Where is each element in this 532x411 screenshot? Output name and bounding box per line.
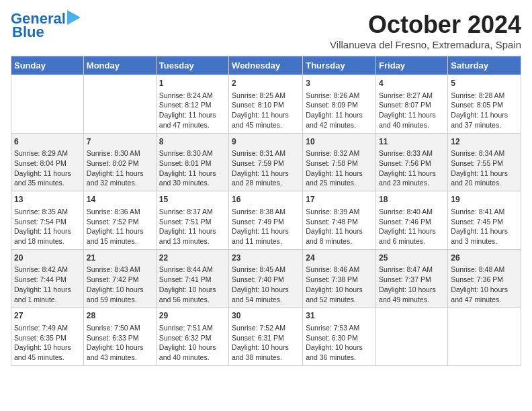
calendar-cell: 9Sunrise: 8:31 AM Sunset: 7:59 PM Daylig…	[229, 133, 303, 191]
day-number: 17	[306, 194, 373, 205]
calendar-week-1: 1Sunrise: 8:24 AM Sunset: 8:12 PM Daylig…	[11, 75, 521, 134]
day-number: 27	[14, 310, 81, 322]
day-number: 25	[379, 253, 445, 264]
calendar-cell: 1Sunrise: 8:24 AM Sunset: 8:12 PM Daylig…	[156, 75, 228, 134]
day-info: Sunrise: 8:41 AM Sunset: 7:45 PM Dayligh…	[451, 207, 518, 246]
calendar-cell: 21Sunrise: 8:43 AM Sunset: 7:42 PM Dayli…	[83, 249, 156, 308]
day-info: Sunrise: 8:33 AM Sunset: 7:56 PM Dayligh…	[379, 148, 445, 188]
day-info: Sunrise: 8:29 AM Sunset: 8:04 PM Dayligh…	[14, 148, 81, 188]
day-number: 13	[14, 194, 81, 205]
calendar-cell: 12Sunrise: 8:34 AM Sunset: 7:55 PM Dayli…	[448, 133, 521, 191]
calendar-cell: 14Sunrise: 8:36 AM Sunset: 7:52 PM Dayli…	[83, 191, 156, 250]
calendar-cell: 2Sunrise: 8:25 AM Sunset: 8:10 PM Daylig…	[229, 75, 303, 134]
header: General Blue October 2024 Villanueva del…	[11, 11, 521, 50]
day-number: 21	[87, 253, 153, 264]
col-header-tuesday: Tuesday	[156, 56, 228, 75]
calendar-cell	[448, 308, 521, 366]
day-info: Sunrise: 8:25 AM Sunset: 8:10 PM Dayligh…	[232, 91, 300, 130]
calendar-table: SundayMondayTuesdayWednesdayThursdayFrid…	[11, 56, 521, 366]
calendar-cell: 19Sunrise: 8:41 AM Sunset: 7:45 PM Dayli…	[448, 191, 521, 250]
calendar-cell: 7Sunrise: 8:30 AM Sunset: 8:02 PM Daylig…	[83, 133, 156, 191]
day-number: 1	[159, 78, 226, 89]
header-row: SundayMondayTuesdayWednesdayThursdayFrid…	[11, 56, 521, 75]
day-number: 24	[306, 253, 373, 264]
day-info: Sunrise: 8:35 AM Sunset: 7:54 PM Dayligh…	[14, 207, 81, 246]
location-subtitle: Villanueva del Fresno, Extremadura, Spai…	[330, 39, 521, 50]
title-block: October 2024 Villanueva del Fresno, Extr…	[330, 11, 521, 50]
day-number: 10	[306, 136, 373, 148]
day-number: 9	[232, 136, 300, 148]
calendar-cell	[376, 308, 448, 366]
day-info: Sunrise: 8:34 AM Sunset: 7:55 PM Dayligh…	[451, 148, 518, 188]
day-number: 31	[306, 310, 373, 322]
day-number: 12	[451, 136, 518, 148]
day-info: Sunrise: 8:30 AM Sunset: 8:01 PM Dayligh…	[159, 148, 226, 188]
day-info: Sunrise: 8:32 AM Sunset: 7:58 PM Dayligh…	[306, 148, 373, 188]
calendar-cell: 17Sunrise: 8:39 AM Sunset: 7:48 PM Dayli…	[303, 191, 376, 250]
day-number: 22	[159, 253, 226, 264]
calendar-cell: 25Sunrise: 8:47 AM Sunset: 7:37 PM Dayli…	[376, 249, 448, 308]
day-info: Sunrise: 8:31 AM Sunset: 7:59 PM Dayligh…	[232, 148, 300, 188]
calendar-cell: 20Sunrise: 8:42 AM Sunset: 7:44 PM Dayli…	[11, 249, 84, 308]
calendar-cell: 22Sunrise: 8:44 AM Sunset: 7:41 PM Dayli…	[156, 249, 228, 308]
calendar-cell: 30Sunrise: 7:52 AM Sunset: 6:31 PM Dayli…	[229, 308, 303, 366]
day-info: Sunrise: 8:38 AM Sunset: 7:49 PM Dayligh…	[232, 207, 300, 246]
logo-blue-text: Blue	[12, 24, 44, 40]
calendar-cell: 31Sunrise: 7:53 AM Sunset: 6:30 PM Dayli…	[303, 308, 376, 366]
calendar-cell: 11Sunrise: 8:33 AM Sunset: 7:56 PM Dayli…	[376, 133, 448, 191]
day-info: Sunrise: 8:28 AM Sunset: 8:05 PM Dayligh…	[451, 91, 518, 130]
day-number: 23	[232, 253, 300, 264]
day-info: Sunrise: 8:40 AM Sunset: 7:46 PM Dayligh…	[379, 207, 445, 246]
day-info: Sunrise: 8:47 AM Sunset: 7:37 PM Dayligh…	[379, 265, 445, 304]
day-number: 15	[159, 194, 226, 205]
calendar-cell: 3Sunrise: 8:26 AM Sunset: 8:09 PM Daylig…	[303, 75, 376, 134]
day-number: 11	[379, 136, 445, 148]
calendar-cell: 18Sunrise: 8:40 AM Sunset: 7:46 PM Dayli…	[376, 191, 448, 250]
day-info: Sunrise: 8:36 AM Sunset: 7:52 PM Dayligh…	[87, 207, 153, 246]
calendar-week-3: 13Sunrise: 8:35 AM Sunset: 7:54 PM Dayli…	[11, 191, 521, 250]
logo: General Blue	[11, 11, 83, 40]
day-number: 7	[87, 136, 153, 148]
logo-arrow-icon	[67, 10, 83, 25]
day-number: 2	[232, 78, 300, 89]
col-header-thursday: Thursday	[303, 56, 376, 75]
day-info: Sunrise: 8:24 AM Sunset: 8:12 PM Dayligh…	[159, 91, 226, 130]
calendar-cell: 6Sunrise: 8:29 AM Sunset: 8:04 PM Daylig…	[11, 133, 84, 191]
col-header-saturday: Saturday	[448, 56, 521, 75]
day-info: Sunrise: 8:39 AM Sunset: 7:48 PM Dayligh…	[306, 207, 373, 246]
day-number: 19	[451, 194, 518, 205]
calendar-cell: 5Sunrise: 8:28 AM Sunset: 8:05 PM Daylig…	[448, 75, 521, 134]
day-info: Sunrise: 8:48 AM Sunset: 7:36 PM Dayligh…	[451, 265, 518, 304]
day-number: 29	[159, 310, 226, 322]
calendar-cell: 10Sunrise: 8:32 AM Sunset: 7:58 PM Dayli…	[303, 133, 376, 191]
day-info: Sunrise: 8:44 AM Sunset: 7:41 PM Dayligh…	[159, 265, 226, 304]
day-number: 28	[87, 310, 153, 322]
calendar-week-4: 20Sunrise: 8:42 AM Sunset: 7:44 PM Dayli…	[11, 249, 521, 308]
calendar-cell	[11, 75, 84, 134]
calendar-cell: 13Sunrise: 8:35 AM Sunset: 7:54 PM Dayli…	[11, 191, 84, 250]
day-number: 20	[14, 253, 81, 264]
calendar-cell: 8Sunrise: 8:30 AM Sunset: 8:01 PM Daylig…	[156, 133, 228, 191]
day-number: 26	[451, 253, 518, 264]
col-header-sunday: Sunday	[11, 56, 84, 75]
day-info: Sunrise: 7:53 AM Sunset: 6:30 PM Dayligh…	[306, 323, 373, 363]
day-number: 5	[451, 78, 518, 89]
calendar-cell	[83, 75, 156, 134]
day-info: Sunrise: 8:46 AM Sunset: 7:38 PM Dayligh…	[306, 265, 373, 304]
col-header-friday: Friday	[376, 56, 448, 75]
calendar-cell: 28Sunrise: 7:50 AM Sunset: 6:33 PM Dayli…	[83, 308, 156, 366]
month-title: October 2024	[330, 11, 521, 39]
day-info: Sunrise: 7:50 AM Sunset: 6:33 PM Dayligh…	[87, 323, 153, 363]
day-number: 18	[379, 194, 445, 205]
calendar-cell: 16Sunrise: 8:38 AM Sunset: 7:49 PM Dayli…	[229, 191, 303, 250]
col-header-monday: Monday	[83, 56, 156, 75]
day-info: Sunrise: 7:51 AM Sunset: 6:32 PM Dayligh…	[159, 323, 226, 363]
day-info: Sunrise: 8:26 AM Sunset: 8:09 PM Dayligh…	[306, 91, 373, 130]
calendar-cell: 26Sunrise: 8:48 AM Sunset: 7:36 PM Dayli…	[448, 249, 521, 308]
calendar-cell: 15Sunrise: 8:37 AM Sunset: 7:51 PM Dayli…	[156, 191, 228, 250]
day-info: Sunrise: 8:27 AM Sunset: 8:07 PM Dayligh…	[379, 91, 445, 130]
day-info: Sunrise: 7:49 AM Sunset: 6:35 PM Dayligh…	[14, 323, 81, 363]
day-info: Sunrise: 8:42 AM Sunset: 7:44 PM Dayligh…	[14, 265, 81, 304]
col-header-wednesday: Wednesday	[229, 56, 303, 75]
day-number: 8	[159, 136, 226, 148]
